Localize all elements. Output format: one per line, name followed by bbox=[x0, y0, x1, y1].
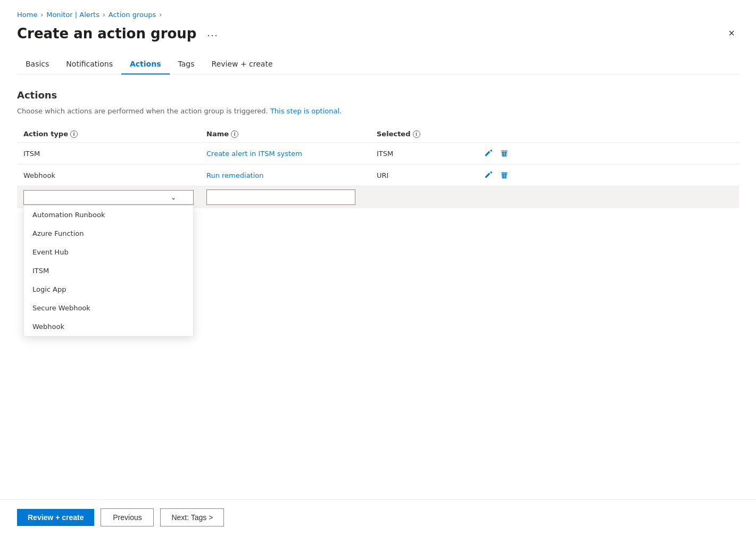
new-action-row: ⌄ Automation Runbook Azure Function Even… bbox=[17, 186, 739, 209]
dropdown-option-automation-runbook[interactable]: Automation Runbook bbox=[24, 205, 193, 224]
optional-link[interactable]: This step is optional. bbox=[270, 107, 342, 115]
col-header-name: Name i bbox=[200, 126, 370, 143]
bottom-toolbar: Review + create Previous Next: Tags > bbox=[0, 499, 756, 535]
chevron-down-icon: ⌄ bbox=[171, 194, 176, 201]
dropdown-option-secure-webhook[interactable]: Secure Webhook bbox=[24, 299, 193, 317]
table-row: ITSM Create alert in ITSM system ITSM bbox=[17, 143, 739, 164]
dropdown-option-azure-function[interactable]: Azure Function bbox=[24, 224, 193, 243]
info-icon-name[interactable]: i bbox=[231, 130, 238, 138]
tab-actions[interactable]: Actions bbox=[121, 54, 170, 75]
row2-selected: URI bbox=[370, 164, 477, 186]
row2-delete-button[interactable] bbox=[499, 170, 510, 180]
row2-edit-button[interactable] bbox=[483, 170, 494, 180]
tab-review[interactable]: Review + create bbox=[203, 54, 281, 75]
row2-actions bbox=[483, 170, 733, 180]
row2-name[interactable]: Run remediation bbox=[200, 164, 370, 186]
dropdown-option-logic-app[interactable]: Logic App bbox=[24, 280, 193, 299]
breadcrumb-action-groups[interactable]: Action groups bbox=[109, 11, 156, 19]
ellipsis-button[interactable]: ... bbox=[203, 26, 222, 41]
close-button[interactable]: × bbox=[724, 25, 739, 42]
new-row-selected bbox=[370, 186, 477, 209]
breadcrumb-home[interactable]: Home bbox=[17, 11, 37, 19]
breadcrumb-sep-3: › bbox=[159, 11, 162, 19]
row1-delete-button[interactable] bbox=[499, 148, 510, 159]
row1-selected: ITSM bbox=[370, 143, 477, 164]
col-header-actions bbox=[477, 126, 739, 143]
actions-table: Action type i Name i Selected i bbox=[17, 126, 739, 208]
new-row-actions bbox=[477, 186, 739, 209]
row1-actions bbox=[483, 148, 733, 159]
row2-action-type: Webhook bbox=[17, 164, 200, 186]
section-description: Choose which actions are performed when … bbox=[17, 107, 739, 115]
row1-edit-button[interactable] bbox=[483, 148, 494, 159]
dropdown-option-webhook[interactable]: Webhook bbox=[24, 317, 193, 336]
tab-tags[interactable]: Tags bbox=[170, 54, 203, 75]
tab-basics[interactable]: Basics bbox=[17, 54, 57, 75]
row1-name[interactable]: Create alert in ITSM system bbox=[200, 143, 370, 164]
review-create-button[interactable]: Review + create bbox=[17, 509, 94, 526]
action-type-dropdown[interactable]: ⌄ bbox=[23, 190, 194, 205]
breadcrumb: Home › Monitor | Alerts › Action groups … bbox=[17, 11, 739, 19]
tab-notifications[interactable]: Notifications bbox=[57, 54, 121, 75]
dropdown-option-itsm[interactable]: ITSM bbox=[24, 261, 193, 280]
page-header: Create an action group ... × bbox=[17, 25, 739, 42]
page-title: Create an action group bbox=[17, 26, 196, 42]
breadcrumb-sep-2: › bbox=[103, 11, 105, 19]
new-action-name-input[interactable] bbox=[206, 190, 355, 205]
action-type-dropdown-wrapper: ⌄ Automation Runbook Azure Function Even… bbox=[23, 190, 194, 205]
dropdown-menu: Automation Runbook Azure Function Event … bbox=[23, 205, 194, 336]
info-icon-selected[interactable]: i bbox=[413, 130, 420, 138]
breadcrumb-sep-1: › bbox=[40, 11, 43, 19]
table-row: Webhook Run remediation URI bbox=[17, 164, 739, 186]
info-icon-action-type[interactable]: i bbox=[70, 130, 78, 138]
next-button[interactable]: Next: Tags > bbox=[160, 508, 224, 526]
previous-button[interactable]: Previous bbox=[101, 508, 154, 526]
row1-action-type: ITSM bbox=[17, 143, 200, 164]
col-header-selected: Selected i bbox=[370, 126, 477, 143]
dropdown-option-event-hub[interactable]: Event Hub bbox=[24, 243, 193, 261]
section-title: Actions bbox=[17, 89, 739, 101]
col-header-action-type: Action type i bbox=[17, 126, 200, 143]
breadcrumb-monitor[interactable]: Monitor | Alerts bbox=[46, 11, 99, 19]
tabs-bar: Basics Notifications Actions Tags Review… bbox=[17, 54, 739, 75]
